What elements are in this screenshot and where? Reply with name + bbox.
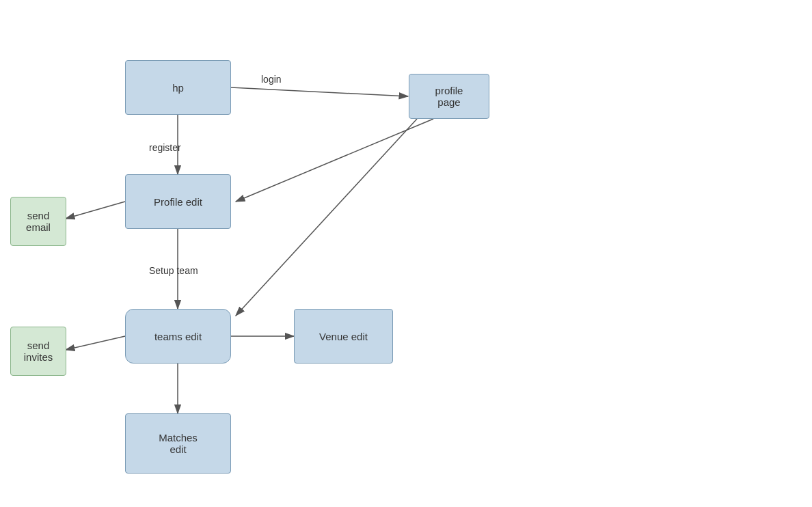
send-invites-box: sendinvites: [10, 327, 66, 376]
profile-edit-box: Profile edit: [125, 174, 231, 229]
profile-page-box: profilepage: [409, 74, 489, 119]
matches-edit-label: Matchesedit: [159, 432, 198, 455]
svg-line-3: [236, 119, 433, 202]
venue-edit-box: Venue edit: [294, 309, 393, 364]
diagram-container: hp profilepage login register Profile ed…: [0, 0, 812, 507]
venue-edit-label: Venue edit: [319, 331, 368, 342]
matches-edit-box: Matchesedit: [125, 413, 231, 474]
svg-line-4: [66, 202, 125, 219]
setup-team-label: Setup team: [149, 265, 198, 276]
hp-box: hp: [125, 60, 231, 115]
arrows-svg: [0, 0, 812, 507]
send-email-box: sendemail: [10, 197, 66, 246]
register-label: register: [149, 142, 181, 153]
send-invites-label: sendinvites: [24, 340, 53, 363]
hp-label: hp: [172, 82, 184, 94]
teams-edit-label: teams edit: [154, 331, 202, 342]
profile-edit-label: Profile edit: [154, 196, 202, 208]
svg-line-1: [231, 87, 408, 96]
login-label: login: [261, 74, 282, 85]
profile-page-label: profilepage: [435, 85, 463, 108]
send-email-label: sendemail: [26, 210, 51, 233]
svg-line-7: [66, 336, 125, 350]
teams-edit-box: teams edit: [125, 309, 231, 364]
svg-line-6: [236, 119, 417, 316]
